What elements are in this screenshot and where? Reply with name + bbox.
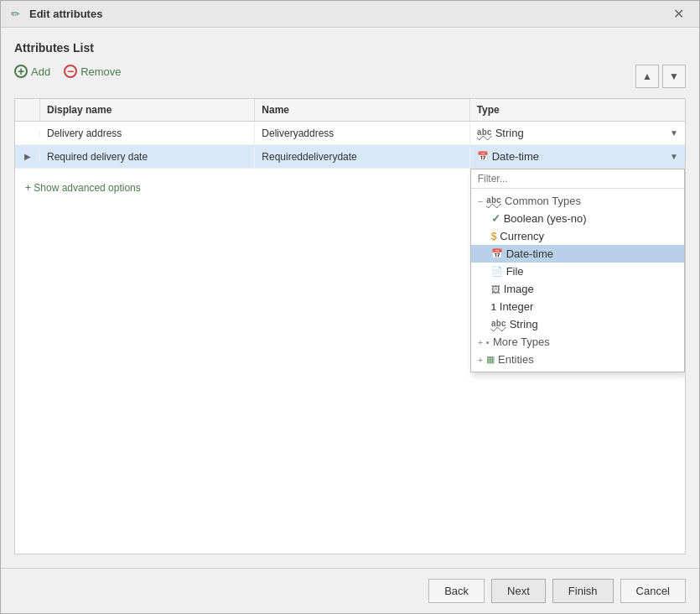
add-button[interactable]: + Add	[14, 65, 50, 78]
integer-label: Integer	[500, 300, 533, 313]
display-name-cell: Required delivery date	[40, 146, 255, 168]
col-expand	[15, 99, 40, 121]
entities-expand-icon[interactable]: +	[478, 355, 483, 365]
integer-icon: 1	[491, 302, 496, 312]
entities-header: + ▦ Entities	[471, 351, 684, 368]
add-label: Add	[31, 65, 50, 78]
string-type-item[interactable]: abc String	[471, 315, 684, 333]
more-types-icon: ▪	[486, 337, 490, 347]
currency-label: Currency	[500, 230, 544, 242]
col-display-name: Display name	[40, 99, 255, 121]
currency-icon: $	[491, 231, 497, 242]
datetime-type-item[interactable]: 📅 Date-time	[471, 245, 684, 263]
image-type-item[interactable]: 🖼 Image	[471, 280, 684, 298]
common-types-icon: abc	[486, 196, 501, 206]
table-header: Display name Name Type	[15, 99, 685, 122]
image-icon: 🖼	[491, 284, 500, 294]
common-types-header: − abc Common Types	[471, 192, 684, 210]
dialog-title: Edit attributes	[29, 8, 102, 20]
collapse-icon[interactable]: −	[478, 196, 483, 206]
row-expand-arrow: ▶	[15, 148, 40, 164]
toolbar: + Add − Remove	[14, 65, 122, 78]
section-title: Attributes List	[14, 41, 686, 55]
col-type: Type	[470, 99, 685, 121]
type-label: Date-time	[492, 150, 539, 163]
next-button[interactable]: Next	[491, 579, 546, 603]
table-row[interactable]: ▶ Required delivery date Requireddeliver…	[15, 145, 685, 169]
display-name-cell: Delivery address	[40, 122, 255, 144]
row-expand-arrow	[15, 130, 40, 137]
title-bar: ✏ Edit attributes ✕	[1, 1, 699, 28]
type-cell: abc String ▼	[470, 122, 685, 144]
selected-check-icon: ✓	[491, 212, 500, 225]
dialog-content: Attributes List + Add − Remove ▲ ▼	[1, 28, 699, 568]
back-button[interactable]: Back	[428, 579, 485, 603]
attributes-table: Display name Name Type Delivery address …	[14, 98, 686, 554]
finish-button[interactable]: Finish	[552, 579, 614, 603]
type-label: String	[495, 127, 524, 139]
dialog-icon: ✏	[11, 8, 24, 21]
string-label: String	[510, 318, 538, 330]
datetime-label: Date-time	[506, 247, 553, 260]
type-cell[interactable]: 📅 Date-time ▼ − abc Common Types	[470, 145, 685, 168]
remove-label: Remove	[80, 65, 121, 78]
col-name: Name	[255, 99, 469, 121]
common-types-label: Common Types	[505, 195, 581, 207]
entities-icon: ▦	[486, 354, 495, 365]
file-icon: 📄	[491, 266, 503, 277]
type-dropdown-arrow: ▼	[670, 152, 678, 161]
datetime-icon: 📅	[491, 248, 503, 259]
cancel-button[interactable]: Cancel	[620, 579, 686, 603]
image-label: Image	[504, 283, 534, 295]
file-type-item[interactable]: 📄 File	[471, 263, 684, 280]
close-button[interactable]: ✕	[668, 6, 689, 23]
edit-attributes-dialog: ✏ Edit attributes ✕ Attributes List + Ad…	[0, 0, 700, 614]
string-type-icon: abc	[477, 128, 492, 138]
more-types-header: + ▪ More Types	[471, 333, 684, 351]
move-down-button[interactable]: ▼	[662, 65, 686, 88]
remove-button[interactable]: − Remove	[64, 65, 121, 78]
title-bar-left: ✏ Edit attributes	[11, 8, 102, 21]
type-tree: − abc Common Types ✓ Boolean (yes-no) $ …	[471, 189, 684, 372]
move-up-button[interactable]: ▲	[635, 65, 659, 88]
more-types-expand-icon[interactable]: +	[478, 337, 483, 347]
file-label: File	[506, 265, 524, 278]
string-icon: abc	[491, 320, 506, 329]
integer-type-item[interactable]: 1 Integer	[471, 298, 684, 315]
more-types-label: More Types	[493, 336, 550, 348]
move-buttons: ▲ ▼	[635, 65, 686, 88]
boolean-label: Boolean (yes-no)	[504, 212, 587, 225]
currency-type-item[interactable]: $ Currency	[471, 227, 684, 245]
datetime-type-icon: 📅	[477, 151, 489, 162]
boolean-type-item[interactable]: ✓ Boolean (yes-no)	[471, 210, 684, 227]
filter-input[interactable]	[471, 169, 684, 189]
table-row[interactable]: Delivery address Deliveryaddress abc Str…	[15, 122, 685, 145]
remove-icon: −	[64, 65, 77, 78]
type-dropdown-arrow: ▼	[670, 128, 678, 138]
entities-label: Entities	[498, 353, 534, 366]
name-cell: Deliveryaddress	[255, 122, 469, 144]
name-cell: Requireddeliverydate	[255, 146, 469, 168]
type-dropdown-panel: − abc Common Types ✓ Boolean (yes-no) $ …	[470, 169, 685, 372]
add-icon: +	[14, 65, 28, 78]
dialog-footer: Back Next Finish Cancel	[1, 568, 699, 613]
